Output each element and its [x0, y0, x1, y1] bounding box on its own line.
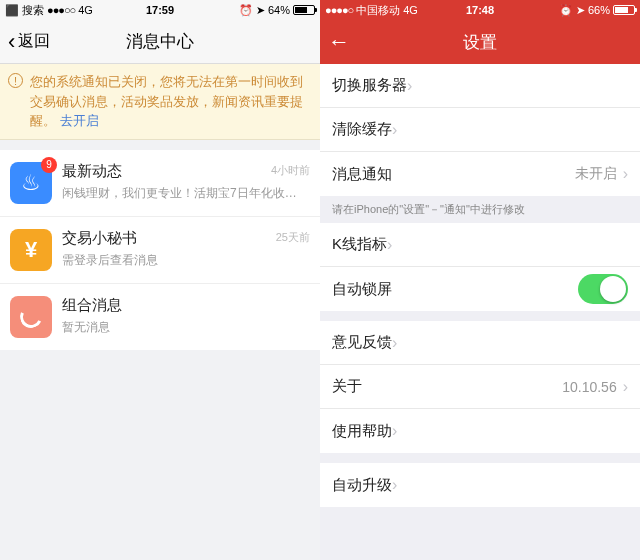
item-subtitle: 暂无消息 — [62, 319, 310, 336]
item-title: 交易小秘书 — [62, 229, 310, 248]
settings-group-4: 自动升级› — [320, 463, 640, 507]
chevron-right-icon: › — [392, 422, 397, 440]
notification-warning: ! 您的系统通知已关闭，您将无法在第一时间收到交易确认消息，活动奖品发放，新闻资… — [0, 64, 320, 140]
chevron-left-icon: ← — [328, 31, 350, 53]
info-icon: ! — [8, 73, 23, 88]
pie-icon — [10, 296, 52, 338]
back-label: 返回 — [18, 31, 50, 52]
settings-group-2: K线指标› 自动锁屏 — [320, 223, 640, 311]
item-subtitle: 闲钱理财，我们更专业！活期宝7日年化收… — [62, 185, 310, 202]
clock: 17:59 — [0, 4, 320, 16]
status-bar: ⬛ 搜索 ●●●○○ 4G 17:59 ⏰ ➤ 64% — [0, 0, 320, 20]
list-item[interactable]: ¥ 交易小秘书 需登录后查看消息 25天前 — [0, 217, 320, 284]
chevron-right-icon: › — [392, 334, 397, 352]
message-center-screen: ⬛ 搜索 ●●●○○ 4G 17:59 ⏰ ➤ 64% ‹ 返回 消息中心 ! … — [0, 0, 320, 560]
nav-bar: ← 设置 — [320, 20, 640, 64]
settings-group-3: 意见反馈› 关于10.10.56› 使用帮助› — [320, 321, 640, 453]
chevron-right-icon: › — [392, 476, 397, 494]
settings-screen: ●●●●○ 中国移动 4G 17:48 ⏰ ➤ 66% ← 设置 切换服务器› … — [320, 0, 640, 560]
chevron-right-icon: › — [623, 378, 628, 396]
list-item[interactable]: 组合消息 暂无消息 — [0, 284, 320, 350]
chevron-left-icon: ‹ — [8, 31, 15, 53]
page-title: 设置 — [320, 31, 640, 54]
row-notifications[interactable]: 消息通知未开启› — [320, 152, 640, 196]
chevron-right-icon: › — [387, 236, 392, 254]
battery-icon — [613, 5, 635, 15]
row-about[interactable]: 关于10.10.56› — [320, 365, 640, 409]
status-bar: ●●●●○ 中国移动 4G 17:48 ⏰ ➤ 66% — [320, 0, 640, 20]
chevron-right-icon: › — [392, 121, 397, 139]
message-list: ♨ 9 最新动态 闲钱理财，我们更专业！活期宝7日年化收… 4小时前 ¥ 交易小… — [0, 150, 320, 350]
list-item[interactable]: ♨ 9 最新动态 闲钱理财，我们更专业！活期宝7日年化收… 4小时前 — [0, 150, 320, 217]
item-date: 25天前 — [276, 230, 310, 245]
unread-badge: 9 — [41, 157, 57, 173]
nav-bar: ‹ 返回 消息中心 — [0, 20, 320, 64]
back-button[interactable]: ‹ 返回 — [8, 31, 50, 53]
row-autoupgrade[interactable]: 自动升级› — [320, 463, 640, 507]
chevron-right-icon: › — [407, 77, 412, 95]
settings-group-1: 切换服务器› 清除缓存› 消息通知未开启› — [320, 64, 640, 196]
autolock-toggle[interactable] — [578, 274, 628, 304]
item-date: 4小时前 — [271, 163, 310, 178]
row-autolock[interactable]: 自动锁屏 — [320, 267, 640, 311]
chevron-right-icon: › — [623, 165, 628, 183]
row-help[interactable]: 使用帮助› — [320, 409, 640, 453]
item-title: 组合消息 — [62, 296, 310, 315]
item-subtitle: 需登录后查看消息 — [62, 252, 310, 269]
yen-icon: ¥ — [10, 229, 52, 271]
battery-icon — [293, 5, 315, 15]
back-button[interactable]: ← — [328, 31, 350, 53]
row-clear-cache[interactable]: 清除缓存› — [320, 108, 640, 152]
clock: 17:48 — [320, 4, 640, 16]
row-kline[interactable]: K线指标› — [320, 223, 640, 267]
enable-link[interactable]: 去开启 — [60, 113, 99, 128]
row-feedback[interactable]: 意见反馈› — [320, 321, 640, 365]
row-switch-server[interactable]: 切换服务器› — [320, 64, 640, 108]
flame-icon: ♨ 9 — [10, 162, 52, 204]
settings-hint: 请在iPhone的"设置"－"通知"中进行修改 — [320, 196, 640, 223]
